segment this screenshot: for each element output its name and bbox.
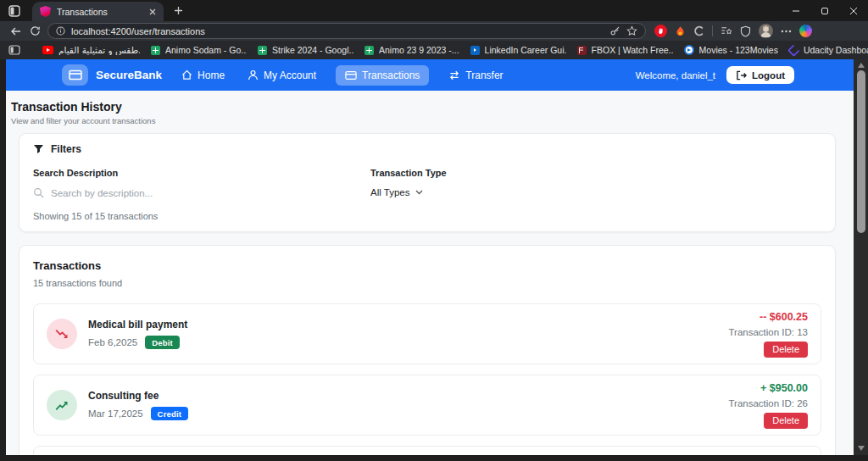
search-input[interactable] (51, 188, 331, 198)
welcome-text: Welcome, daniel_t (636, 70, 715, 81)
logout-button[interactable]: Logout (726, 66, 794, 84)
toolbar-extensions (654, 24, 812, 38)
favorites-icon[interactable] (721, 25, 732, 36)
transaction-date: Mar 17,2025 (88, 408, 143, 419)
chevron-down-icon (415, 190, 423, 195)
sheets-icon (364, 46, 374, 55)
filters-card: Filters Search Description Transaction T… (19, 133, 836, 232)
minimize-button[interactable] (782, 0, 810, 21)
shield-icon[interactable] (740, 25, 751, 37)
browser-tab-strip: Transactions (0, 0, 868, 21)
toolbar-separator (712, 25, 713, 36)
bookmark-item[interactable]: FBOX | Watch Free... (577, 45, 673, 55)
youtube-icon (42, 46, 53, 54)
address-bar[interactable]: localhost:4200/user/transactions (47, 23, 646, 39)
site-favicon (40, 6, 51, 17)
sheets-icon (151, 46, 160, 55)
transaction-description: Medical bill payment (88, 319, 187, 330)
adblock-extension-icon[interactable] (654, 25, 667, 37)
transaction-description: Consulting fee (88, 390, 188, 402)
transaction-row: Consulting fee Mar 17,2025 Credit + $950… (33, 375, 821, 436)
bookmark-item[interactable]: Movies - 123Movies (684, 45, 778, 55)
flame-extension-icon[interactable] (675, 25, 686, 37)
bookmark-item[interactable]: Strike 2024 - Googl... (258, 45, 353, 55)
bank-logo-icon (62, 64, 88, 86)
curve-extension-icon[interactable] (693, 25, 704, 36)
transaction-row: -- $5.00 (33, 446, 821, 455)
scrollbar-thumb[interactable] (857, 70, 865, 233)
vertical-scrollbar[interactable] (854, 59, 868, 455)
password-key-icon[interactable] (609, 25, 620, 36)
type-badge: Debit (145, 336, 180, 349)
transactions-header: Transactions (33, 259, 821, 272)
delete-button[interactable]: Delete (764, 342, 808, 358)
page-viewport: SecureBank Home My Account Transactions … (6, 59, 854, 455)
transactions-count: 15 transactions found (33, 278, 821, 288)
page-subtitle: View and filter your account transaction… (11, 116, 836, 125)
sheets-icon (258, 46, 267, 55)
copilot-icon[interactable] (799, 25, 812, 37)
bookmark-item[interactable]: LinkedIn Career Gui... (470, 45, 566, 55)
filter-funnel-icon (33, 144, 44, 154)
brand[interactable]: SecureBank (62, 64, 162, 86)
transaction-amount: -- $600.25 (760, 311, 808, 323)
udacity-icon (787, 43, 801, 57)
transaction-date: Feb 6,2025 (88, 337, 137, 347)
transaction-type-label: Transaction Type (370, 168, 447, 178)
workspaces-icon[interactable] (8, 4, 21, 18)
more-menu-icon[interactable] (781, 30, 792, 33)
user-icon (248, 69, 259, 81)
page-title: Transaction History (11, 100, 836, 114)
transactions-card: Transactions 15 transactions found Medic… (19, 245, 836, 455)
tab-close-icon[interactable] (149, 8, 156, 15)
bookmark-item[interactable]: Animo Sodam - Go... (151, 45, 247, 55)
bookmark-item[interactable]: Udacity Dashboard (789, 45, 868, 55)
linkedin-icon (470, 46, 480, 55)
browser-toolbar: localhost:4200/user/transactions (0, 21, 868, 41)
transaction-id: Transaction ID: 26 (728, 398, 808, 408)
tab-title: Transactions (57, 7, 143, 17)
bookmark-item[interactable]: طقس و تمثيلية القيام... (42, 45, 140, 55)
window-controls (782, 0, 868, 21)
back-button[interactable] (7, 23, 25, 40)
delete-button[interactable]: Delete (764, 413, 808, 429)
add-favorite-star-icon[interactable] (626, 25, 637, 36)
card-icon (345, 70, 357, 81)
scroll-up-arrow[interactable] (858, 63, 865, 68)
nav-item-transfer[interactable]: Transfer (445, 65, 506, 86)
site-info-icon[interactable] (56, 26, 65, 36)
results-summary: Showing 15 of 15 transactions (33, 211, 821, 221)
search-icon (33, 187, 44, 198)
trend-up-icon (47, 390, 77, 420)
movies-icon (684, 45, 694, 55)
bookmark-item[interactable]: Animo 23 9 2023 -... (364, 45, 459, 55)
app-navbar: SecureBank Home My Account Transactions … (6, 59, 854, 91)
trend-down-icon (47, 319, 77, 349)
transaction-id: Transaction ID: 13 (728, 327, 808, 337)
type-badge: Credit (151, 407, 189, 420)
transaction-row: Medical bill payment Feb 6,2025 Debit --… (33, 303, 821, 364)
transaction-amount: + $950.00 (760, 382, 808, 394)
scroll-down-arrow[interactable] (858, 446, 865, 451)
nav-item-transactions[interactable]: Transactions (336, 65, 429, 86)
profile-avatar[interactable] (759, 24, 773, 38)
transaction-type-select[interactable]: All Types (370, 187, 423, 197)
bookmarks-bar: طقس و تمثيلية القيام... Animo Sodam - Go… (0, 41, 868, 59)
sidebar-layout-icon[interactable] (8, 45, 20, 55)
nav-item-my-account[interactable]: My Account (244, 65, 320, 86)
transfer-arrows-icon (448, 70, 460, 81)
home-icon (181, 69, 192, 81)
logout-icon (736, 70, 747, 81)
new-tab-button[interactable] (174, 6, 183, 15)
nav-item-home[interactable]: Home (178, 65, 228, 86)
refresh-button[interactable] (25, 23, 44, 40)
filters-header: Filters (51, 143, 81, 155)
browser-tab[interactable]: Transactions (32, 2, 164, 21)
maximize-button[interactable] (810, 0, 839, 21)
brand-name: SecureBank (96, 69, 162, 81)
fbox-icon (577, 46, 587, 55)
url-text: localhost:4200/user/transactions (71, 26, 604, 36)
search-label: Search Description (33, 168, 370, 178)
close-window-button[interactable] (839, 0, 868, 21)
